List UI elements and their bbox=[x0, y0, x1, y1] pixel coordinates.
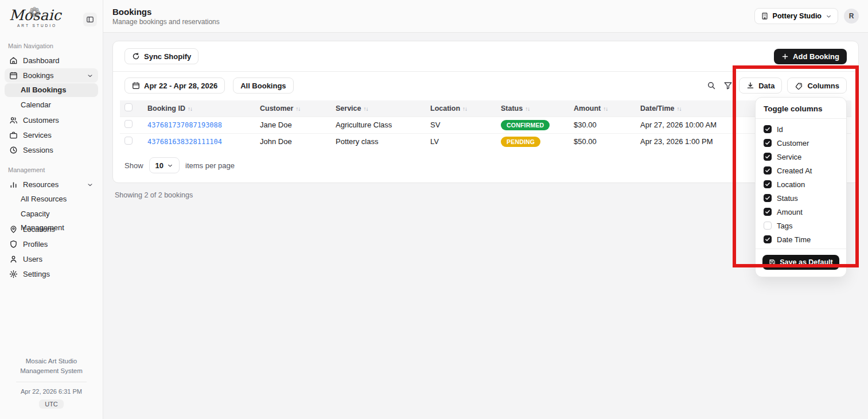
data-export-button[interactable]: Data bbox=[739, 77, 782, 94]
org-switcher-button[interactable]: Pottery Studio bbox=[754, 8, 838, 24]
filters-row: Apr 22 - Apr 28, 2026 All Bookings bbox=[113, 72, 858, 99]
checkbox-icon[interactable] bbox=[764, 235, 772, 243]
booking-id-link[interactable]: 437681737087193088 bbox=[147, 121, 222, 129]
table-toolbar: Data Columns Toggle columns bbox=[706, 77, 847, 94]
checkbox-icon[interactable] bbox=[764, 180, 772, 188]
checkbox-icon[interactable] bbox=[764, 153, 772, 161]
sidebar-item-settings[interactable]: Settings bbox=[5, 267, 98, 281]
sidebar-item-users[interactable]: Users bbox=[5, 252, 98, 266]
toggle-column-created-at[interactable]: Created At bbox=[756, 164, 846, 177]
save-as-default-button[interactable]: Save as Default bbox=[762, 255, 839, 270]
sidebar-item-dashboard[interactable]: Dashboard bbox=[5, 53, 98, 68]
bookings-filter-button[interactable]: All Bookings bbox=[233, 77, 293, 94]
nav-section-label: Management bbox=[8, 166, 95, 173]
sidebar-item-all-bookings[interactable]: All Bookings bbox=[5, 83, 98, 97]
bookings-card: Sync Shopify Add Booking Apr 22 - Apr 28… bbox=[112, 41, 859, 183]
chevron-down-icon bbox=[87, 72, 94, 79]
column-header-status[interactable]: Status↑↓ bbox=[496, 100, 569, 117]
chevron-down-icon bbox=[167, 162, 173, 169]
sort-icon[interactable]: ↑↓ bbox=[603, 106, 608, 112]
columns-button[interactable]: Columns bbox=[787, 77, 847, 94]
toggle-column-amount[interactable]: Amount bbox=[756, 205, 846, 219]
building-icon bbox=[761, 12, 769, 20]
add-booking-button[interactable]: Add Booking bbox=[774, 49, 847, 64]
select-all-checkbox[interactable] bbox=[124, 103, 133, 111]
location-cell: SV bbox=[426, 117, 496, 133]
bookings-table: Booking ID↑↓ Customer↑↓ Service↑↓ Locati… bbox=[120, 100, 851, 150]
bar-chart-icon bbox=[9, 180, 18, 189]
footer-divider bbox=[16, 382, 87, 382]
app-logo: ❁ Mosaic ART STUDIO bbox=[9, 8, 61, 28]
sort-icon[interactable]: ↑↓ bbox=[525, 106, 530, 112]
sidebar-item-all-resources[interactable]: All Resources bbox=[5, 192, 98, 206]
filter-button[interactable] bbox=[722, 80, 734, 91]
sort-icon[interactable]: ↑↓ bbox=[677, 106, 682, 112]
column-header-booking-id[interactable]: Booking ID↑↓ bbox=[143, 100, 255, 117]
content-area: Sync Shopify Add Booking Apr 22 - Apr 28… bbox=[103, 33, 868, 199]
sidebar-collapse-button[interactable] bbox=[83, 13, 97, 26]
sidebar-item-capacity-management[interactable]: Capacity Management bbox=[5, 207, 98, 221]
page-size-select[interactable]: 10 bbox=[149, 157, 180, 173]
map-pin-icon bbox=[9, 225, 18, 234]
sort-icon[interactable]: ↑↓ bbox=[188, 106, 192, 112]
amount-cell: $50.00 bbox=[569, 133, 636, 150]
download-icon bbox=[746, 82, 754, 90]
columns-anchor: Columns Toggle columns Id bbox=[787, 77, 847, 94]
main-navigation: Main Navigation Dashboard Bookings All B… bbox=[0, 31, 103, 282]
org-name: Pottery Studio bbox=[773, 12, 822, 20]
user-avatar[interactable]: R bbox=[844, 9, 859, 24]
card-top-row: Sync Shopify Add Booking bbox=[113, 41, 858, 71]
footer-datetime: Apr 22, 2026 6:31 PM bbox=[8, 388, 95, 395]
sort-icon[interactable]: ↑↓ bbox=[363, 106, 368, 112]
column-header-location[interactable]: Location↑↓ bbox=[426, 100, 496, 117]
page-size-row: Show 10 items per page bbox=[113, 150, 858, 183]
toggle-column-customer[interactable]: Customer bbox=[756, 136, 846, 150]
checkbox-icon[interactable] bbox=[764, 139, 772, 147]
booking-id-link[interactable]: 437681638328111104 bbox=[147, 138, 222, 146]
footer-app-name: Mosaic Art Studio bbox=[8, 356, 95, 366]
sidebar-item-services[interactable]: Services bbox=[5, 128, 98, 142]
row-checkbox[interactable] bbox=[124, 137, 133, 145]
sort-icon[interactable]: ↑↓ bbox=[295, 106, 300, 112]
chevron-down-icon bbox=[826, 13, 832, 20]
nav-section-label: Main Navigation bbox=[8, 42, 95, 49]
tags-icon bbox=[795, 82, 803, 90]
toggle-column-service[interactable]: Service bbox=[756, 150, 846, 164]
items-per-page-label: items per page bbox=[185, 161, 235, 170]
sidebar-item-resources[interactable]: Resources bbox=[5, 177, 98, 192]
toggle-column-location[interactable]: Location bbox=[756, 177, 846, 191]
column-header-amount[interactable]: Amount↑↓ bbox=[569, 100, 636, 117]
checkbox-icon[interactable] bbox=[764, 166, 772, 174]
panel-icon bbox=[86, 15, 94, 24]
column-header-service[interactable]: Service↑↓ bbox=[331, 100, 426, 117]
table-header-row: Booking ID↑↓ Customer↑↓ Service↑↓ Locati… bbox=[120, 100, 851, 117]
sync-shopify-button[interactable]: Sync Shopify bbox=[124, 48, 198, 64]
checkbox-icon[interactable] bbox=[764, 125, 772, 133]
sidebar-item-sessions[interactable]: Sessions bbox=[5, 143, 98, 157]
briefcase-icon bbox=[9, 131, 18, 139]
shield-icon bbox=[9, 240, 18, 249]
checkbox-icon[interactable] bbox=[764, 194, 772, 202]
date-range-button[interactable]: Apr 22 - Apr 28, 2026 bbox=[124, 77, 225, 94]
toggle-column-status[interactable]: Status bbox=[756, 191, 846, 205]
toggle-column-id[interactable]: Id bbox=[756, 122, 846, 136]
column-header-customer[interactable]: Customer↑↓ bbox=[255, 100, 331, 117]
customer-cell: Jane Doe bbox=[255, 117, 331, 133]
home-icon bbox=[9, 56, 18, 65]
table-row: 437681638328111104 John Doe Pottery clas… bbox=[120, 133, 851, 150]
toggle-column-tags[interactable]: Tags bbox=[756, 219, 846, 232]
checkbox-icon[interactable] bbox=[764, 208, 772, 216]
sidebar-item-profiles[interactable]: Profiles bbox=[5, 237, 98, 251]
sidebar-item-customers[interactable]: Customers bbox=[5, 113, 98, 127]
location-cell: LV bbox=[426, 133, 496, 150]
search-button[interactable] bbox=[706, 80, 717, 91]
page-title: Bookings bbox=[112, 7, 220, 17]
row-checkbox[interactable] bbox=[124, 120, 133, 128]
menu-options: Id Customer Service bbox=[756, 119, 846, 249]
footer-app-desc: Management System bbox=[8, 366, 95, 376]
sort-icon[interactable]: ↑↓ bbox=[462, 106, 467, 112]
sidebar-item-calendar[interactable]: Calendar bbox=[5, 98, 98, 112]
toggle-column-date-time[interactable]: Date Time bbox=[756, 232, 846, 246]
sidebar-item-bookings[interactable]: Bookings bbox=[5, 68, 98, 83]
checkbox-icon[interactable] bbox=[764, 222, 772, 230]
